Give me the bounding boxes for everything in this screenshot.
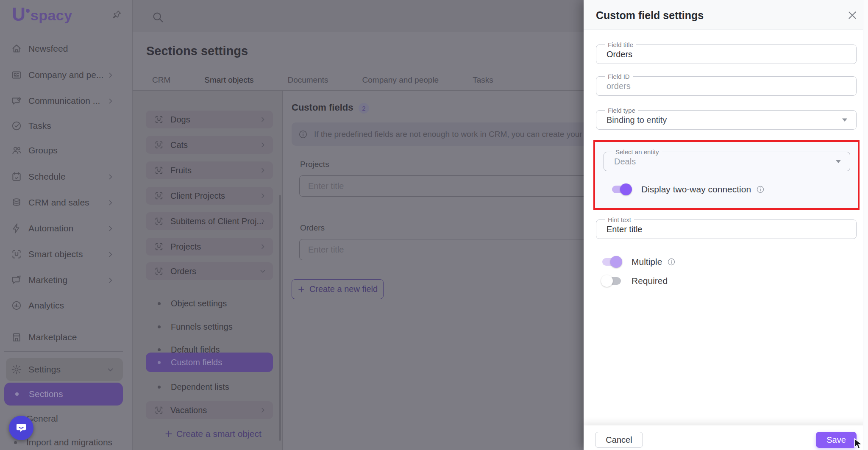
modal-title: Custom field settings [596,9,704,22]
mouse-cursor [853,438,865,450]
sidebar-item-tasks[interactable]: Tasks [0,117,128,135]
uspacy-logo[interactable]: U spacy [12,5,72,24]
sidebar: U spacy Newsfeed Company and pe... Commu… [0,0,133,450]
sidebar-item-settings[interactable]: Settings [0,360,128,379]
chevron-right-icon [107,173,114,181]
smart-object-icon [154,191,164,200]
app-screen: U spacy Newsfeed Company and pe... Commu… [0,0,868,450]
smart-object-projects[interactable]: Projects [146,238,273,256]
orders-field-label: Orders [300,223,325,233]
search-icon[interactable] [151,11,164,23]
smart-object-icon [154,140,164,150]
field-title-input[interactable]: Field title Orders [596,44,857,64]
smart-object-cats[interactable]: Cats [146,136,273,154]
chevron-right-icon [107,97,114,105]
sidebar-divider [4,351,123,352]
smart-object-subitems[interactable]: Subitems of Client Proj... [146,212,273,230]
smart-object-icon [154,267,164,276]
subpanel-divider [282,91,283,450]
field-id-input[interactable]: Field ID orders [596,76,857,96]
sidebar-item-communication[interactable]: Communication ... [0,92,128,110]
database-icon [11,197,22,208]
logo-text: spacy [31,7,72,24]
gear-icon [11,364,22,375]
megaphone-bubble-icon [11,275,22,286]
highlight-annotation-box: Select an entity Deals Display two-way c… [593,140,860,210]
required-row: Required [601,275,668,287]
bullet-dot [15,392,19,396]
two-way-connection-row: Display two-way connection [611,183,765,195]
chart-circle-icon [11,300,22,311]
plus-icon [164,430,173,438]
logo-u: U [12,5,25,24]
two-way-toggle[interactable] [611,183,632,195]
sidebar-item-smart-objects[interactable]: Smart objects [0,245,128,264]
home-icon [11,43,22,54]
create-new-field-button[interactable]: Create a new field [292,279,384,299]
sidebar-item-schedule[interactable]: Schedule [0,167,128,186]
field-type-select[interactable]: Field type Binding to entity [596,110,857,130]
sidebar-item-newsfeed[interactable]: Newsfeed [0,39,128,58]
info-icon[interactable] [667,258,676,266]
caret-down-icon [842,118,848,122]
sidebar-item-groups[interactable]: Groups [0,141,128,160]
smart-object-vacations[interactable]: Vacations [146,401,273,419]
modal-scrollbar-track[interactable] [863,0,868,450]
sidebar-item-company[interactable]: Company and pe... [0,66,128,84]
chat-pen-icon [11,95,22,106]
orders-child-custom-fields-selected[interactable]: Custom fields [146,353,273,372]
orders-child-funnels-settings[interactable]: Funnels settings [146,319,273,334]
sidebar-item-marketplace[interactable]: Marketplace [0,328,128,347]
users-icon [11,145,22,156]
info-icon[interactable] [756,185,765,194]
chat-launcher-button[interactable] [9,416,33,440]
chevron-right-icon [259,167,266,174]
sidebar-item-marketing[interactable]: Marketing [0,271,128,289]
orders-child-dependent-lists[interactable]: Dependent lists [146,379,273,394]
chevron-right-icon [107,199,114,206]
sidebar-item-crm[interactable]: CRM and sales [0,193,128,212]
chevron-right-icon [107,277,114,284]
smart-object-icon [154,406,164,415]
chevron-right-icon [259,243,266,250]
smart-object-icon [154,242,164,251]
subpanel-scrollbar[interactable] [279,195,281,441]
smart-object-fruits[interactable]: Fruits [146,161,273,179]
sidebar-item-sections[interactable]: Sections [4,383,123,406]
hint-text-input[interactable]: Hint text Enter title [596,219,857,239]
chevron-right-icon [107,225,114,232]
smart-object-icon [11,249,22,260]
chat-bubble-icon [15,422,27,434]
pin-sidebar-icon[interactable] [111,9,122,20]
storefront-icon [11,332,22,343]
chevron-right-icon [259,218,266,225]
sidebar-item-automation[interactable]: Automation [0,219,128,238]
plus-icon [298,286,305,293]
required-toggle[interactable] [601,275,622,287]
check-circle-icon [11,120,22,131]
chevron-down-icon [259,268,266,275]
sidebar-item-analytics[interactable]: Analytics [0,296,128,315]
smart-object-icon [154,166,164,175]
orders-child-object-settings[interactable]: Object settings [146,296,273,311]
smart-object-icon [154,217,164,226]
custom-field-settings-modal: Custom field settings Field title Orders… [584,0,868,450]
multiple-toggle[interactable] [601,256,622,268]
smart-object-client-projects[interactable]: Client Projects [146,187,273,205]
create-smart-object-link[interactable]: Create a smart object [164,429,262,439]
custom-fields-count-badge: 2 [359,103,369,114]
close-icon[interactable] [847,10,858,21]
smart-object-dogs[interactable]: Dogs [146,111,273,128]
bolt-icon [11,223,22,234]
custom-fields-heading: Custom fields [292,102,353,113]
bullet-dot [14,441,17,444]
cancel-button[interactable]: Cancel [595,432,643,448]
save-button[interactable]: Save [816,432,857,448]
chevron-right-icon [259,142,266,148]
smart-object-orders[interactable]: Orders [146,262,273,280]
chevron-down-icon [107,366,114,373]
chevron-right-icon [107,251,114,258]
logo-dot [26,9,30,13]
chevron-right-icon [259,192,266,199]
entity-select[interactable]: Select an entity Deals [604,152,850,171]
